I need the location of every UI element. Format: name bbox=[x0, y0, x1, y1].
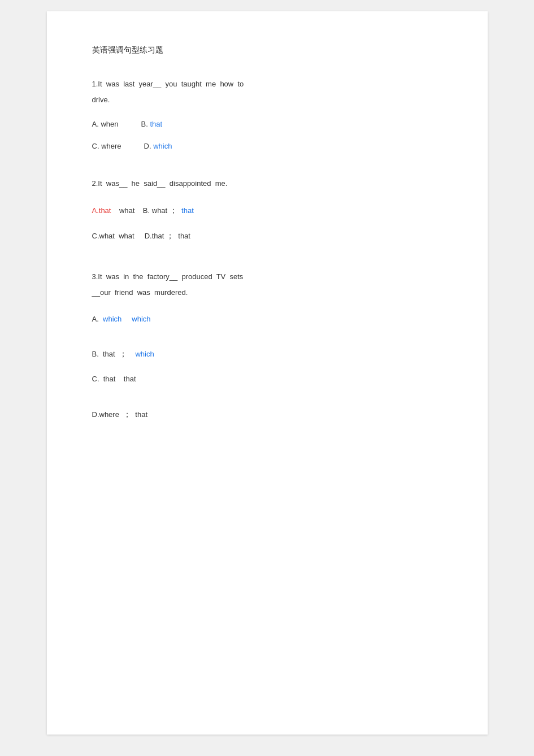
q1-text-line2: drive. bbox=[92, 94, 442, 106]
q3-option-c: C. that that bbox=[92, 372, 442, 385]
q1-options-row1: A. when B. that bbox=[92, 120, 442, 128]
question-2: 2.It was__ he said__ disappointed me. A.… bbox=[92, 177, 442, 243]
q3-option-a: A. which which bbox=[92, 312, 442, 325]
q1-option-c: C. where bbox=[92, 142, 121, 150]
question-1: 1.It was last year__ you taught me how t… bbox=[92, 78, 442, 150]
q2-options-row2: C.what what D.that ； that bbox=[92, 229, 442, 243]
q1-text-line1: 1.It was last year__ you taught me how t… bbox=[92, 78, 442, 90]
q3-text-line2: __our friend was murdered. bbox=[92, 286, 442, 299]
question-3: 3.It was in the factory__ produced TV se… bbox=[92, 271, 442, 422]
q2-text-line1: 2.It was__ he said__ disappointed me. bbox=[92, 177, 442, 190]
q1-option-a: A. when bbox=[92, 120, 119, 128]
page-title: 英语强调句型练习题 bbox=[92, 45, 442, 55]
q3-text-line1: 3.It was in the factory__ produced TV se… bbox=[92, 271, 442, 283]
page-container: 英语强调句型练习题 1.It was last year__ you taugh… bbox=[47, 11, 488, 735]
q3-option-d: D.where ； that bbox=[92, 407, 442, 422]
q1-option-b: B. that bbox=[141, 120, 162, 128]
q1-option-d: D. which bbox=[144, 142, 172, 150]
q3-option-b: B. that ； which bbox=[92, 347, 442, 361]
q1-options-row2: C. where D. which bbox=[92, 142, 442, 150]
q2-options-row1: A.that what B. what ； that bbox=[92, 203, 442, 218]
